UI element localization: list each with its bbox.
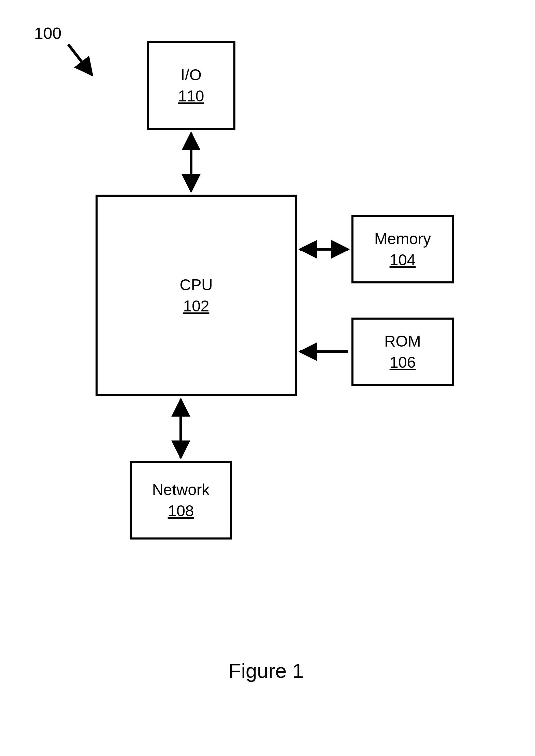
block-network-ref: 108 (168, 502, 194, 520)
block-rom: ROM 106 (351, 318, 454, 386)
figure-caption: Figure 1 (229, 659, 304, 683)
block-memory-label: Memory (374, 229, 431, 248)
block-rom-label: ROM (384, 332, 421, 351)
diagram-canvas: 100 I/O 110 CPU 102 Memory 104 ROM 106 N… (0, 0, 535, 756)
block-memory-ref: 104 (390, 251, 416, 269)
block-io-label: I/O (180, 66, 201, 84)
block-network-label: Network (152, 480, 210, 499)
block-cpu-ref: 102 (183, 297, 209, 315)
block-memory: Memory 104 (351, 215, 454, 283)
block-io: I/O 110 (147, 41, 235, 130)
block-rom-ref: 106 (390, 353, 416, 372)
figure-ref-number: 100 (34, 24, 61, 43)
block-cpu-label: CPU (179, 276, 213, 294)
block-io-ref: 110 (178, 87, 204, 105)
block-cpu: CPU 102 (96, 195, 297, 396)
pointer-100 (68, 44, 92, 75)
block-network: Network 108 (130, 461, 232, 540)
